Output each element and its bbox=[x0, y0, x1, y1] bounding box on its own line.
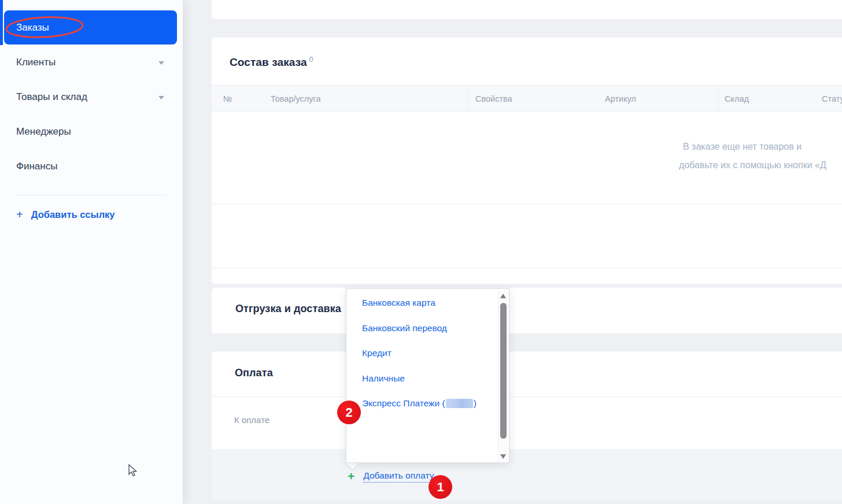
empty-state-line1: В заказе еще нет товаров и bbox=[683, 142, 802, 152]
active-indicator-strip bbox=[0, 0, 3, 45]
chevron-down-icon bbox=[158, 96, 164, 99]
card-divider bbox=[212, 268, 842, 268]
add-payment-button[interactable]: + Добавить оплату bbox=[348, 468, 434, 484]
dropdown-item-bank-card[interactable]: Банковская карта bbox=[362, 297, 435, 309]
sidebar-item-label: Заказы bbox=[16, 22, 49, 34]
add-link-button[interactable]: + Добавить ссылку bbox=[16, 207, 115, 222]
column-header-warehouse: Склад bbox=[725, 86, 749, 112]
annotation-badge-1: 1 bbox=[429, 475, 452, 499]
sidebar-item-managers[interactable]: Менеджеры bbox=[0, 119, 183, 144]
add-link-label: Добавить ссылку bbox=[31, 209, 115, 220]
plus-icon: + bbox=[348, 469, 354, 483]
sidebar-item-label: Менеджеры bbox=[16, 126, 71, 138]
column-divider bbox=[468, 86, 468, 112]
add-payment-label: Добавить оплату bbox=[363, 470, 434, 483]
dropdown-item-credit[interactable]: Кредит bbox=[362, 347, 392, 360]
sidebar-item-products[interactable]: Товары и склад bbox=[0, 84, 183, 110]
scroll-up-arrow-icon[interactable] bbox=[500, 294, 506, 298]
column-divider bbox=[718, 86, 719, 112]
scroll-down-arrow-icon[interactable] bbox=[500, 454, 506, 459]
sidebar-divider bbox=[16, 195, 165, 195]
annotation-badge-2: 2 bbox=[337, 401, 361, 424]
order-items-card: Состав заказа0 № Товар/услуга Свойства А… bbox=[212, 38, 842, 284]
order-items-count: 0 bbox=[309, 55, 313, 64]
scrollbar-thumb[interactable] bbox=[500, 303, 507, 439]
column-header-number: № bbox=[223, 86, 232, 112]
sidebar-item-label: Товары и склад bbox=[16, 91, 87, 103]
dropdown-scrollbar[interactable] bbox=[498, 291, 508, 461]
shipping-title: Отгрузка и доставка bbox=[235, 303, 341, 315]
plus-icon: + bbox=[16, 208, 23, 221]
sidebar-item-orders[interactable]: Заказы bbox=[4, 10, 177, 45]
payment-card: Оплата К оплате bbox=[212, 351, 842, 501]
dropdown-item-bank-transfer[interactable]: Банковский перевод bbox=[362, 322, 447, 335]
payment-method-dropdown: Банковская карта Банковский перевод Кред… bbox=[346, 288, 509, 463]
sidebar: Заказы Клиенты Товары и склад Менеджеры … bbox=[0, 0, 183, 504]
dropdown-item-cash[interactable]: Наличные bbox=[362, 372, 405, 385]
payment-title: Оплата bbox=[235, 367, 273, 379]
sidebar-item-finance[interactable]: Финансы bbox=[0, 154, 183, 179]
to-pay-label: К оплате bbox=[234, 415, 269, 425]
dropdown-item-express-payments[interactable]: Экспресс Платежи () bbox=[362, 397, 477, 410]
column-header-sku: Артикул bbox=[605, 86, 636, 112]
card-divider bbox=[212, 396, 842, 397]
sidebar-item-clients[interactable]: Клиенты bbox=[0, 50, 183, 75]
empty-state-line2: добавьте их с помощью кнопки «Д bbox=[679, 160, 826, 171]
sidebar-item-label: Клиенты bbox=[16, 57, 56, 68]
express-label-suffix: ) bbox=[474, 398, 477, 409]
column-header-status: Статус bbox=[822, 86, 842, 112]
column-header-product: Товар/услуга bbox=[271, 86, 321, 112]
card-divider bbox=[212, 203, 842, 204]
column-header-props: Свойства bbox=[475, 86, 512, 112]
chevron-down-icon bbox=[158, 61, 164, 65]
top-card-partial bbox=[212, 0, 842, 19]
redacted-blur bbox=[446, 399, 473, 408]
shipping-card: Отгрузка и доставка bbox=[212, 288, 842, 333]
order-table-header: № Товар/услуга Свойства Артикул Склад Ст… bbox=[212, 85, 842, 112]
payment-card-footer bbox=[212, 449, 842, 501]
express-label-prefix: Экспресс Платежи ( bbox=[362, 398, 445, 409]
sidebar-item-label: Финансы bbox=[16, 161, 57, 172]
order-items-title: Состав заказа0 bbox=[230, 55, 313, 69]
